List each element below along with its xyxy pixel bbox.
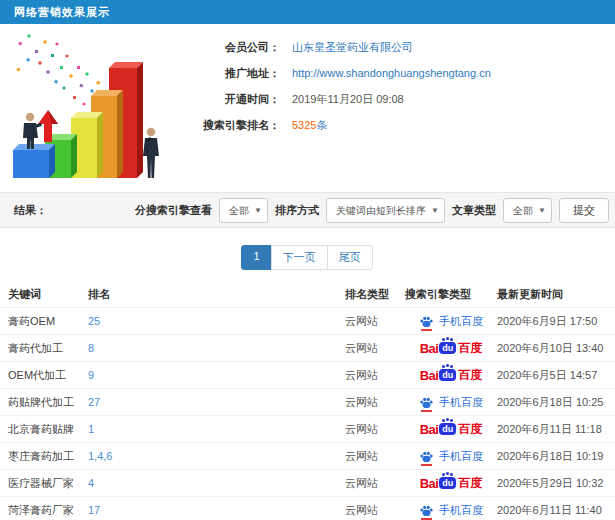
company-link[interactable]: 山东皇圣堂药业有限公司 [292,40,413,55]
engine-cell: Baidu百度 [405,340,497,357]
table-row: 医疗器械厂家4云网站Baidu百度2020年5月29日 10:32 [0,470,615,497]
engine-cell: 手机百度 [405,314,497,329]
last-page-button[interactable]: 尾页 [327,245,373,270]
article-type-label: 文章类型 [452,203,496,218]
rank-link[interactable]: 8 [88,342,345,354]
baidu-pc-logo: Baidu百度 [420,475,483,492]
baidu-pc-logo: Baidu百度 [420,421,483,438]
businessman-right [143,128,159,178]
engine-cell: Baidu百度 [405,421,497,438]
info-row-rank-count: 搜索引擎排名： 5325条 [180,112,615,138]
rank-type-cell: 云网站 [345,341,405,356]
update-time-cell: 2020年6月18日 10:19 [497,449,615,464]
update-time-cell: 2020年6月18日 10:25 [497,395,615,410]
chevron-down-icon: ▼ [254,199,262,222]
baidu-mobile-logo: 手机百度 [419,314,483,329]
rank-link[interactable]: 4 [88,477,345,489]
rank-link[interactable]: 9 [88,369,345,381]
baidu-paw-icon [419,314,434,329]
keyword-cell: 北京膏药贴牌 [8,422,88,437]
table-row: 膏药代加工8云网站Baidu百度2020年6月10日 13:40 [0,335,615,362]
engine-cell: Baidu百度 [405,475,497,492]
keyword-cell: 医疗器械厂家 [8,476,88,491]
table-row: 菏泽膏药厂家17云网站手机百度2020年6月11日 11:40 [0,497,615,520]
baidu-pc-logo: Baidu百度 [420,367,483,384]
header-update-time: 最新更新时间 [497,287,615,302]
keyword-cell: 药贴牌代加工 [8,395,88,410]
company-label: 会员公司： [180,40,280,55]
rank-link[interactable]: 1,4,6 [88,450,345,462]
info-rows: 会员公司： 山东皇圣堂药业有限公司 推广地址： http://www.shand… [180,24,615,138]
rank-link[interactable]: 25 [88,315,345,327]
engine-filter-label: 分搜索引擎查看 [135,203,212,218]
rank-link[interactable]: 17 [88,504,345,516]
submit-button[interactable]: 提交 [559,198,609,223]
engine-cell: 手机百度 [405,503,497,518]
engine-cell: Baidu百度 [405,367,497,384]
keyword-cell: 膏药代加工 [8,341,88,356]
baidu-pc-logo: Baidu百度 [420,340,483,357]
filter-bar: 结果： 分搜索引擎查看 全部▼ 排序方式 关键词由短到长排序▼ 文章类型 全部▼… [0,192,615,228]
rank-link[interactable]: 1 [88,423,345,435]
next-page-button[interactable]: 下一页 [271,245,328,270]
keyword-cell: 菏泽膏药厂家 [8,503,88,518]
rank-count-label: 搜索引擎排名： [180,118,280,133]
info-row-opened: 开通时间： 2019年11月20日 09:08 [180,86,615,112]
open-time-label: 开通时间： [180,92,280,107]
businessman-left [23,113,42,149]
baidu-paw-icon [419,449,434,464]
header-rank: 排名 [88,287,345,302]
info-section: 会员公司： 山东皇圣堂药业有限公司 推广地址： http://www.shand… [0,24,615,192]
update-time-cell: 2020年6月11日 11:40 [497,503,615,518]
update-time-cell: 2020年6月9日 17:50 [497,314,615,329]
engine-cell: 手机百度 [405,449,497,464]
baidu-mobile-logo: 手机百度 [419,503,483,518]
rank-type-cell: 云网站 [345,422,405,437]
rank-count-unit: 条 [316,119,327,131]
header-keyword: 关键词 [8,287,88,302]
engine-cell: 手机百度 [405,395,497,410]
rank-type-cell: 云网站 [345,503,405,518]
result-label: 结果： [14,203,47,218]
growth-bar-chart-illustration [5,30,175,185]
sort-label: 排序方式 [275,203,319,218]
title-bar: 网络营销效果展示 [0,0,615,24]
rank-type-cell: 云网站 [345,476,405,491]
table-body: 膏药OEM25云网站手机百度2020年6月9日 17:50膏药代加工8云网站Ba… [0,308,615,520]
table-row: 北京膏药贴牌1云网站Baidu百度2020年6月11日 11:18 [0,416,615,443]
rank-link[interactable]: 27 [88,396,345,408]
baidu-mobile-logo: 手机百度 [419,395,483,410]
rank-type-cell: 云网站 [345,449,405,464]
chevron-down-icon: ▼ [538,199,546,222]
baidu-mobile-logo: 手机百度 [419,449,483,464]
page-1-button[interactable]: 1 [241,245,271,270]
article-type-select[interactable]: 全部▼ [503,198,552,223]
table-row: OEM代加工9云网站Baidu百度2020年6月5日 14:57 [0,362,615,389]
rank-count-number: 5325 [292,119,316,131]
table-header-row: 关键词 排名 排名类型 搜索引擎类型 最新更新时间 [0,281,615,308]
info-row-company: 会员公司： 山东皇圣堂药业有限公司 [180,34,615,60]
update-time-cell: 2020年6月5日 14:57 [497,368,615,383]
ranking-table: 关键词 排名 排名类型 搜索引擎类型 最新更新时间 膏药OEM25云网站手机百度… [0,281,615,520]
table-row: 膏药OEM25云网站手机百度2020年6月9日 17:50 [0,308,615,335]
header-engine-type: 搜索引擎类型 [405,287,497,302]
update-time-cell: 2020年6月10日 13:40 [497,341,615,356]
keyword-cell: 枣庄膏药加工 [8,449,88,464]
update-time-cell: 2020年6月11日 11:18 [497,422,615,437]
sort-select[interactable]: 关键词由短到长排序▼ [326,198,445,223]
bar-blue [13,144,55,178]
promo-url-label: 推广地址： [180,66,280,81]
table-row: 枣庄膏药加工1,4,6云网站手机百度2020年6月18日 10:19 [0,443,615,470]
open-time-value: 2019年11月20日 09:08 [292,92,404,107]
rank-count-value: 5325条 [292,118,327,133]
chevron-down-icon: ▼ [431,199,439,222]
promo-url-link[interactable]: http://www.shandonghuangshengtang.cn [292,67,491,79]
update-time-cell: 2020年5月29日 10:32 [497,476,615,491]
engine-filter-select[interactable]: 全部▼ [219,198,268,223]
keyword-cell: 膏药OEM [8,314,88,329]
info-row-url: 推广地址： http://www.shandonghuangshengtang.… [180,60,615,86]
header-rank-type: 排名类型 [345,287,405,302]
table-row: 药贴牌代加工27云网站手机百度2020年6月18日 10:25 [0,389,615,416]
rank-type-cell: 云网站 [345,395,405,410]
rank-type-cell: 云网站 [345,368,405,383]
